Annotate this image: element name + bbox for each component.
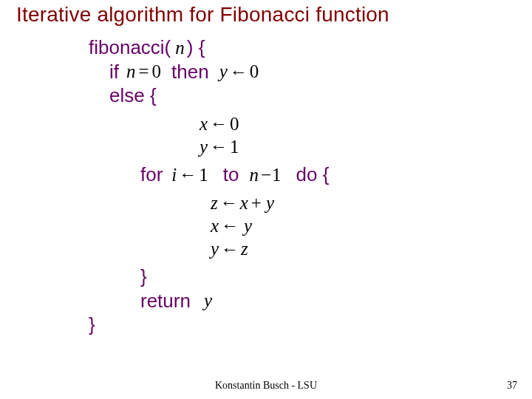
cond-op: = — [139, 60, 149, 83]
zero: 0 — [230, 112, 239, 135]
kw-if: if — [109, 60, 119, 84]
footer-page-number: 37 — [507, 380, 517, 392]
cond-rhs: 0 — [152, 60, 162, 83]
kw-else: else { — [109, 83, 157, 108]
line-for: for i ← 1 to n − 1 do { — [89, 163, 329, 187]
close-brace: } — [140, 265, 147, 289]
line-endfn: } — [89, 313, 329, 337]
i: i — [171, 163, 177, 186]
kw-do: do { — [296, 163, 330, 187]
pseudocode-block: fibonacci( n ) { if n = 0 then y ← 0 els… — [89, 35, 329, 337]
n: n — [249, 163, 259, 186]
assign-arrow-icon: ← — [208, 112, 230, 134]
line-x0: x ← 0 — [89, 112, 329, 135]
assign-arrow-icon: ← — [208, 135, 230, 157]
one: 1 — [272, 163, 282, 186]
assign-arrow-icon: ← — [219, 214, 241, 236]
footer-author: Konstantin Busch - LSU — [0, 380, 532, 392]
x: x — [240, 191, 248, 214]
assign-arrow-icon: ← — [228, 61, 250, 83]
assign-arrow-icon: ← — [219, 238, 241, 260]
x: x — [211, 214, 219, 237]
y: y — [219, 60, 228, 83]
y: y — [211, 237, 219, 260]
line-yz: y ← z — [89, 237, 329, 260]
line-if: if n = 0 then y ← 0 — [89, 60, 329, 84]
kw-then: then — [171, 60, 209, 84]
z: z — [211, 191, 218, 214]
kw-for: for — [140, 163, 163, 187]
y: y — [244, 214, 252, 237]
x: x — [200, 112, 208, 135]
var-n: n — [175, 36, 185, 59]
y: y — [200, 135, 208, 158]
line-fn-decl: fibonacci( n ) { — [89, 35, 329, 60]
kw-return: return — [140, 289, 191, 313]
zero: 0 — [250, 60, 259, 83]
kw-fibonacci: fibonacci( — [89, 35, 171, 60]
plus-icon: + — [251, 191, 262, 214]
kw-to: to — [223, 163, 239, 187]
one: 1 — [230, 135, 239, 158]
line-y1: y ← 1 — [89, 135, 329, 158]
cond-lhs: n — [126, 60, 136, 83]
slide-title: Iterative algorithm for Fibonacci functi… — [16, 3, 525, 27]
one: 1 — [199, 163, 208, 186]
line-endfor: } — [89, 265, 329, 289]
line-else: else { — [89, 83, 329, 108]
line-zxy: z ← x + y — [89, 191, 329, 214]
line-return: return y — [89, 289, 329, 313]
assign-arrow-icon: ← — [177, 163, 199, 185]
z: z — [241, 237, 248, 260]
y: y — [266, 191, 274, 214]
close-brace: } — [89, 313, 95, 337]
assign-arrow-icon: ← — [218, 191, 240, 214]
paren-brace: ) { — [187, 35, 205, 60]
line-xy: x ← y — [89, 214, 329, 237]
minus-icon: − — [261, 163, 271, 186]
y: y — [204, 289, 212, 312]
slide-root: Iterative algorithm for Fibonacci functi… — [0, 0, 532, 399]
